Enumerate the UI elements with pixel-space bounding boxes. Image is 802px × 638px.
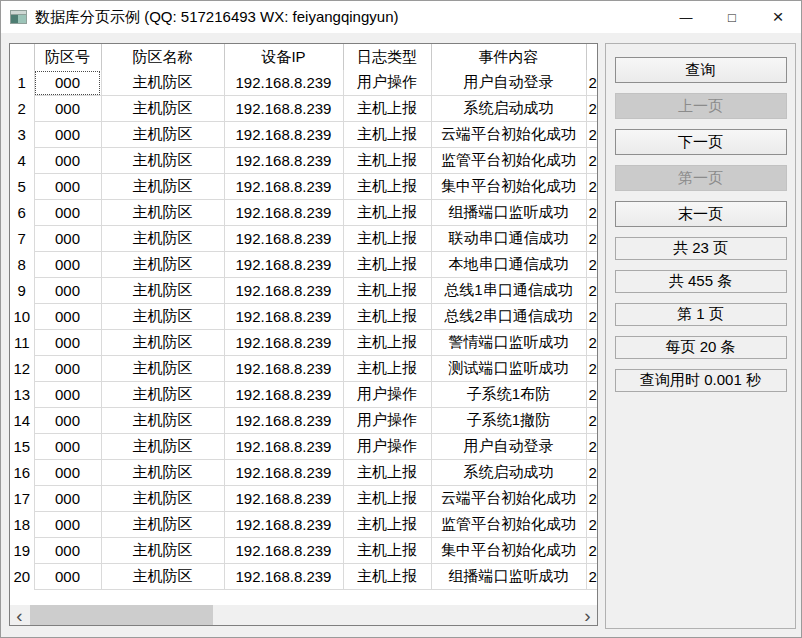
event-cell[interactable]: 监管平台初始化成功 xyxy=(431,148,586,174)
ip-cell[interactable]: 192.168.8.239 xyxy=(224,304,343,330)
zone-cell[interactable]: 000 xyxy=(34,278,101,304)
zone-cell[interactable]: 000 xyxy=(34,304,101,330)
event-cell[interactable]: 监管平台初始化成功 xyxy=(431,512,586,538)
row-number-cell[interactable]: 5 xyxy=(10,174,34,200)
zone-cell[interactable]: 000 xyxy=(34,252,101,278)
zone-name-cell[interactable]: 主机防区 xyxy=(101,252,224,278)
ip-cell[interactable]: 192.168.8.239 xyxy=(224,408,343,434)
zone-name-cell[interactable]: 主机防区 xyxy=(101,538,224,564)
time-cell[interactable]: 20 xyxy=(586,434,597,460)
log-type-cell[interactable]: 主机上报 xyxy=(343,460,431,486)
log-type-cell[interactable]: 主机上报 xyxy=(343,330,431,356)
ip-cell[interactable]: 192.168.8.239 xyxy=(224,226,343,252)
column-header-ip[interactable]: 设备IP xyxy=(224,44,343,70)
log-type-cell[interactable]: 主机上报 xyxy=(343,174,431,200)
zone-name-cell[interactable]: 主机防区 xyxy=(101,278,224,304)
time-cell[interactable]: 20 xyxy=(586,330,597,356)
ip-cell[interactable]: 192.168.8.239 xyxy=(224,564,343,590)
event-cell[interactable]: 云端平台初始化成功 xyxy=(431,122,586,148)
scroll-right-icon[interactable]: › xyxy=(578,605,597,625)
zone-cell[interactable]: 000 xyxy=(34,408,101,434)
time-cell[interactable]: 20 xyxy=(586,278,597,304)
time-cell[interactable]: 20 xyxy=(586,174,597,200)
row-number-cell[interactable]: 12 xyxy=(10,356,34,382)
zone-name-cell[interactable]: 主机防区 xyxy=(101,122,224,148)
time-cell[interactable]: 20 xyxy=(586,70,597,96)
zone-cell[interactable]: 000 xyxy=(34,148,101,174)
time-cell[interactable]: 20 xyxy=(586,252,597,278)
time-cell[interactable]: 20 xyxy=(586,122,597,148)
row-number-cell[interactable]: 16 xyxy=(10,460,34,486)
minimize-button[interactable]: — xyxy=(663,1,709,33)
ip-cell[interactable]: 192.168.8.239 xyxy=(224,538,343,564)
ip-cell[interactable]: 192.168.8.239 xyxy=(224,382,343,408)
zone-name-cell[interactable]: 主机防区 xyxy=(101,174,224,200)
log-type-cell[interactable]: 主机上报 xyxy=(343,356,431,382)
time-cell[interactable]: 20 xyxy=(586,356,597,382)
ip-cell[interactable]: 192.168.8.239 xyxy=(224,460,343,486)
zone-name-cell[interactable]: 主机防区 xyxy=(101,96,224,122)
time-cell[interactable]: 20 xyxy=(586,486,597,512)
log-type-cell[interactable]: 主机上报 xyxy=(343,538,431,564)
log-type-cell[interactable]: 用户操作 xyxy=(343,70,431,96)
log-type-cell[interactable]: 主机上报 xyxy=(343,226,431,252)
event-cell[interactable]: 集中平台初始化成功 xyxy=(431,538,586,564)
row-number-cell[interactable]: 8 xyxy=(10,252,34,278)
event-cell[interactable]: 联动串口通信成功 xyxy=(431,226,586,252)
zone-cell[interactable]: 000 xyxy=(34,564,101,590)
log-type-cell[interactable]: 主机上报 xyxy=(343,304,431,330)
row-number-cell[interactable]: 1 xyxy=(10,70,34,96)
zone-name-cell[interactable]: 主机防区 xyxy=(101,148,224,174)
event-cell[interactable]: 云端平台初始化成功 xyxy=(431,486,586,512)
event-cell[interactable]: 警情端口监听成功 xyxy=(431,330,586,356)
row-number-cell[interactable]: 19 xyxy=(10,538,34,564)
row-number-cell[interactable]: 13 xyxy=(10,382,34,408)
ip-cell[interactable]: 192.168.8.239 xyxy=(224,330,343,356)
zone-cell[interactable]: 000 xyxy=(34,226,101,252)
zone-cell[interactable]: 000 xyxy=(34,70,101,96)
zone-cell[interactable]: 000 xyxy=(34,96,101,122)
column-header-event[interactable]: 事件内容 xyxy=(431,44,586,70)
row-number-cell[interactable]: 18 xyxy=(10,512,34,538)
ip-cell[interactable]: 192.168.8.239 xyxy=(224,356,343,382)
zone-cell[interactable]: 000 xyxy=(34,538,101,564)
zone-name-cell[interactable]: 主机防区 xyxy=(101,486,224,512)
event-cell[interactable]: 系统启动成功 xyxy=(431,460,586,486)
row-number-cell[interactable]: 10 xyxy=(10,304,34,330)
time-cell[interactable]: 20 xyxy=(586,226,597,252)
event-cell[interactable]: 用户自动登录 xyxy=(431,434,586,460)
zone-cell[interactable]: 000 xyxy=(34,330,101,356)
row-number-cell[interactable]: 3 xyxy=(10,122,34,148)
column-header-zone[interactable]: 防区号 xyxy=(34,44,101,70)
event-cell[interactable]: 集中平台初始化成功 xyxy=(431,174,586,200)
log-type-cell[interactable]: 主机上报 xyxy=(343,252,431,278)
zone-cell[interactable]: 000 xyxy=(34,512,101,538)
next-page-button[interactable]: 下一页 xyxy=(615,129,787,155)
column-header-time-clipped[interactable] xyxy=(586,44,597,70)
event-cell[interactable]: 总线2串口通信成功 xyxy=(431,304,586,330)
row-number-cell[interactable]: 17 xyxy=(10,486,34,512)
log-type-cell[interactable]: 主机上报 xyxy=(343,564,431,590)
zone-cell[interactable]: 000 xyxy=(34,434,101,460)
log-type-cell[interactable]: 主机上报 xyxy=(343,512,431,538)
row-number-cell[interactable]: 7 xyxy=(10,226,34,252)
time-cell[interactable]: 20 xyxy=(586,538,597,564)
log-type-cell[interactable]: 主机上报 xyxy=(343,122,431,148)
event-cell[interactable]: 组播端口监听成功 xyxy=(431,200,586,226)
ip-cell[interactable]: 192.168.8.239 xyxy=(224,96,343,122)
zone-name-cell[interactable]: 主机防区 xyxy=(101,460,224,486)
ip-cell[interactable]: 192.168.8.239 xyxy=(224,434,343,460)
zone-cell[interactable]: 000 xyxy=(34,174,101,200)
row-number-cell[interactable]: 6 xyxy=(10,200,34,226)
column-header-log-type[interactable]: 日志类型 xyxy=(343,44,431,70)
log-type-cell[interactable]: 用户操作 xyxy=(343,434,431,460)
time-cell[interactable]: 20 xyxy=(586,200,597,226)
event-cell[interactable]: 组播端口监听成功 xyxy=(431,564,586,590)
zone-name-cell[interactable]: 主机防区 xyxy=(101,408,224,434)
zone-cell[interactable]: 000 xyxy=(34,200,101,226)
zone-name-cell[interactable]: 主机防区 xyxy=(101,382,224,408)
zone-name-cell[interactable]: 主机防区 xyxy=(101,512,224,538)
ip-cell[interactable]: 192.168.8.239 xyxy=(224,70,343,96)
ip-cell[interactable]: 192.168.8.239 xyxy=(224,174,343,200)
last-page-button[interactable]: 末一页 xyxy=(615,201,787,227)
